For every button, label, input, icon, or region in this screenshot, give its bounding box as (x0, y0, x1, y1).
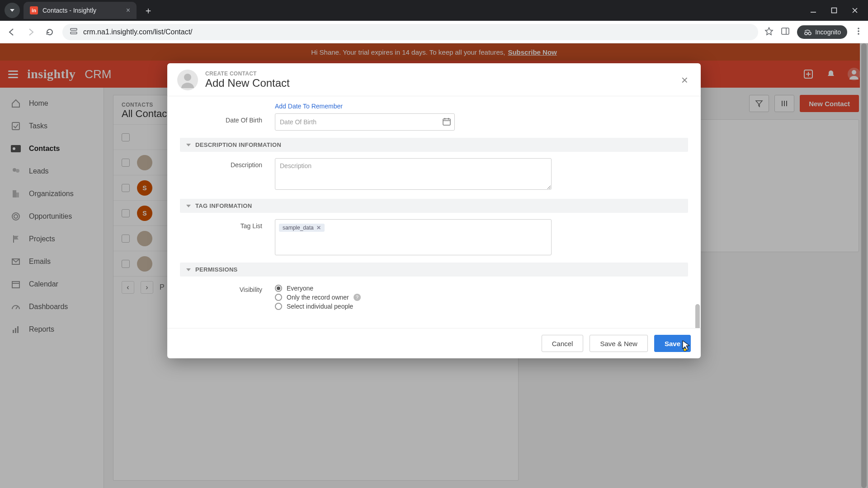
section-label: TAG INFORMATION (195, 202, 252, 209)
add-date-link[interactable]: Add Date To Remember (275, 103, 688, 110)
section-label: PERMISSIONS (195, 266, 238, 273)
tab-close-button[interactable]: × (126, 6, 130, 14)
section-description[interactable]: DESCRIPTION INFORMATION (180, 138, 688, 152)
chevron-down-icon (186, 144, 191, 146)
section-permissions[interactable]: PERMISSIONS (180, 263, 688, 277)
svg-point-43 (684, 348, 686, 351)
tag-text: sample_data (283, 225, 314, 231)
browser-menu-button[interactable] (854, 27, 863, 37)
svg-point-9 (808, 32, 811, 35)
svg-rect-1 (832, 8, 837, 13)
dob-input[interactable] (275, 113, 455, 131)
modal-body: Add Date To Remember Date Of Birth DESCR… (167, 96, 701, 328)
section-label: DESCRIPTION INFORMATION (195, 141, 281, 148)
svg-point-8 (805, 32, 807, 35)
site-settings-icon[interactable] (70, 27, 78, 37)
panel-button[interactable] (781, 27, 790, 38)
svg-point-10 (858, 28, 859, 29)
radio-icon (275, 303, 282, 310)
incognito-label: Incognito (815, 28, 841, 36)
minimize-button[interactable] (809, 6, 817, 14)
close-window-button[interactable] (851, 6, 859, 14)
contact-avatar-icon (177, 70, 198, 90)
svg-point-38 (184, 74, 191, 81)
visibility-option-everyone[interactable]: Everyone (275, 285, 361, 292)
bookmark-button[interactable] (764, 27, 774, 38)
url-text: crm.na1.insightly.com/list/Contact/ (83, 28, 193, 36)
modal-footer: Cancel Save & New Save (167, 328, 701, 358)
modal-close-button[interactable]: × (679, 72, 691, 88)
cancel-button[interactable]: Cancel (542, 335, 584, 352)
visibility-option-owner[interactable]: Only the record owner ? (275, 294, 361, 301)
cursor-icon (681, 340, 693, 352)
modal-scrollbar[interactable] (695, 304, 700, 328)
modal-kicker: CREATE CONTACT (205, 70, 290, 77)
browser-tabbar: in Contacts - Insightly × ＋ (0, 0, 868, 21)
window-controls (809, 6, 863, 14)
visibility-label: Visibility (180, 283, 275, 293)
chevron-down-icon (10, 9, 14, 12)
chevron-down-icon (186, 268, 191, 271)
save-button-label: Save (665, 340, 680, 347)
save-and-new-button[interactable]: Save & New (590, 335, 648, 352)
taglist-label: Tag List (180, 219, 275, 230)
tab-title: Contacts - Insightly (42, 7, 96, 14)
section-tag[interactable]: TAG INFORMATION (180, 199, 688, 213)
svg-rect-5 (71, 32, 77, 34)
help-icon[interactable]: ? (354, 294, 361, 301)
tab-search-button[interactable] (5, 3, 20, 18)
forward-button[interactable] (24, 26, 37, 38)
back-button[interactable] (5, 26, 18, 38)
app-viewport: Hi Shane. Your trial expires in 14 days.… (0, 43, 868, 488)
favicon-icon: in (30, 6, 38, 14)
svg-rect-6 (782, 28, 789, 34)
modal-overlay[interactable]: CREATE CONTACT Add New Contact × Add Dat… (0, 43, 868, 488)
browser-addressbar: crm.na1.insightly.com/list/Contact/ Inco… (0, 21, 868, 43)
visibility-option-select[interactable]: Select individual people (275, 303, 361, 310)
browser-tab[interactable]: in Contacts - Insightly × (24, 2, 137, 19)
svg-rect-4 (71, 28, 77, 30)
svg-point-12 (858, 33, 859, 35)
radio-icon (275, 285, 282, 292)
radio-label: Only the record owner (287, 294, 349, 301)
tag-remove-button[interactable]: ✕ (316, 225, 321, 231)
save-button[interactable]: Save (654, 335, 691, 352)
modal-header: CREATE CONTACT Add New Contact × (167, 63, 701, 96)
description-label: Description (180, 158, 275, 169)
chevron-down-icon (186, 205, 191, 207)
new-tab-button[interactable]: ＋ (140, 5, 156, 17)
svg-rect-39 (443, 119, 450, 125)
svg-point-11 (858, 30, 859, 32)
tag-list-input[interactable]: sample_data ✕ (275, 219, 552, 255)
incognito-badge[interactable]: Incognito (797, 25, 847, 39)
radio-icon (275, 294, 282, 301)
incognito-icon (803, 28, 811, 36)
radio-label: Select individual people (287, 303, 353, 310)
modal-title: Add New Contact (205, 77, 290, 89)
create-contact-modal: CREATE CONTACT Add New Contact × Add Dat… (167, 63, 701, 358)
maximize-button[interactable] (830, 6, 838, 14)
calendar-icon[interactable] (442, 117, 451, 128)
radio-label: Everyone (287, 285, 313, 292)
dob-label: Date Of Birth (180, 113, 275, 124)
reload-button[interactable] (43, 26, 56, 38)
description-input[interactable] (275, 158, 552, 190)
url-bar[interactable]: crm.na1.insightly.com/list/Contact/ (62, 24, 758, 40)
tag-item: sample_data ✕ (279, 224, 325, 232)
